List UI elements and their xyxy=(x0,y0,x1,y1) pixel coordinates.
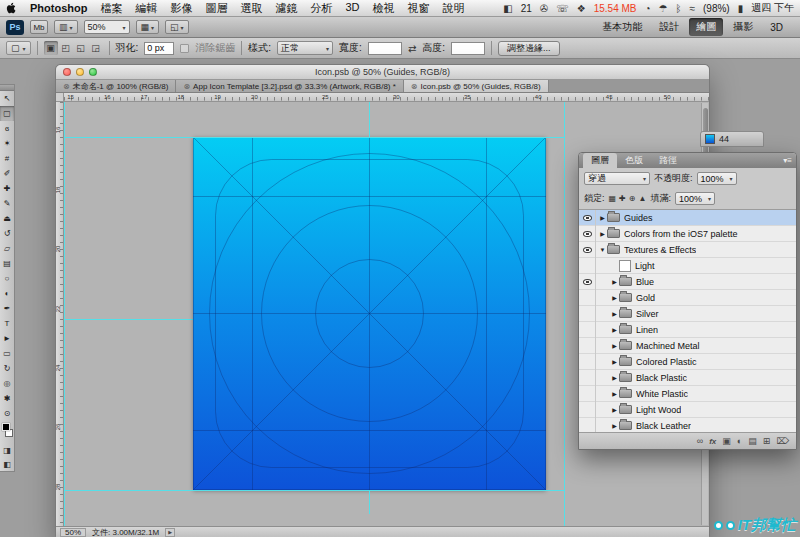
type-tool[interactable]: T xyxy=(0,316,14,331)
workspace-button-0[interactable]: 基本功能 xyxy=(595,18,649,36)
selection-mode-icon-1[interactable]: ◰ xyxy=(59,41,73,55)
visibility-toggle[interactable] xyxy=(579,354,596,370)
document-tab-2[interactable]: Icon.psb @ 50% (Guides, RGB/8) xyxy=(404,80,549,92)
zoom-level-box[interactable]: 50% xyxy=(84,20,130,34)
gradient-tool[interactable]: ▤ xyxy=(0,256,14,271)
camera-3d-tool[interactable]: ◎ xyxy=(0,376,14,391)
new-layer-icon[interactable]: ⊞ xyxy=(763,436,771,446)
feather-input[interactable] xyxy=(144,42,174,55)
expander-icon[interactable]: ▼ xyxy=(598,247,607,253)
visibility-toggle[interactable] xyxy=(579,418,596,434)
spaces-icon[interactable]: ❖ xyxy=(577,3,586,14)
eraser-tool[interactable]: ▱ xyxy=(0,241,14,256)
view-extras-button[interactable]: ▥ xyxy=(54,20,78,34)
menu-item-3[interactable]: 圖層 xyxy=(205,1,227,16)
eyedropper-tool[interactable]: ✐ xyxy=(0,166,14,181)
clone-stamp-tool[interactable]: ⏏ xyxy=(0,211,14,226)
selection-mode-icon-0[interactable]: ▣ xyxy=(44,41,58,55)
pen-tool[interactable]: ✒ xyxy=(0,301,14,316)
rotate-3d-tool[interactable]: ↻ xyxy=(0,361,14,376)
lock-transparency-icon[interactable]: ▦ xyxy=(609,194,617,203)
menu-item-2[interactable]: 影像 xyxy=(170,1,192,16)
phone-icon[interactable]: ☏ xyxy=(556,3,569,14)
crop-tool[interactable]: # xyxy=(0,151,14,166)
quick-selection-tool[interactable]: ✶ xyxy=(0,136,14,151)
adjustment-layer-icon[interactable]: ◐ xyxy=(737,436,742,446)
visibility-toggle[interactable] xyxy=(579,322,596,338)
visibility-toggle[interactable] xyxy=(579,258,596,274)
menu-app-name[interactable]: Photoshop xyxy=(30,2,87,14)
guide-line-horizontal-top[interactable] xyxy=(64,137,565,138)
layer-row-1[interactable]: ▶Colors from the iOS7 palette xyxy=(579,226,796,242)
menu-item-5[interactable]: 濾鏡 xyxy=(275,1,297,16)
hand-tool[interactable]: ✱ xyxy=(0,391,14,406)
expander-icon[interactable]: ▶ xyxy=(610,374,619,381)
dodge-tool[interactable]: ◐ xyxy=(0,286,14,301)
layer-row-2[interactable]: ▼Textures & Effects xyxy=(579,242,796,258)
wifi-icon[interactable]: ≈ xyxy=(690,3,696,14)
menu-item-0[interactable]: 檔案 xyxy=(100,1,122,16)
clock-icon[interactable]: ◔ xyxy=(645,3,651,14)
layer-style-icon[interactable]: fx xyxy=(709,437,716,446)
lasso-tool[interactable]: ɞ xyxy=(0,121,14,136)
visibility-toggle[interactable] xyxy=(579,338,596,354)
history-brush-tool[interactable]: ↺ xyxy=(0,226,14,241)
layer-row-5[interactable]: ▶Gold xyxy=(579,290,796,306)
layer-row-9[interactable]: ▶Colored Plastic xyxy=(579,354,796,370)
path-selection-tool[interactable]: ► xyxy=(0,331,14,346)
expander-icon[interactable]: ▶ xyxy=(610,390,619,397)
menu-item-7[interactable]: 3D xyxy=(345,1,359,16)
layer-row-10[interactable]: ▶Black Plastic xyxy=(579,370,796,386)
status-options-button[interactable] xyxy=(165,528,175,537)
apple-menu-icon[interactable] xyxy=(6,2,17,14)
zoom-tool[interactable]: ⊙ xyxy=(0,406,14,421)
fill-select[interactable]: 100% xyxy=(675,192,715,205)
panel-tab-2[interactable]: 路徑 xyxy=(651,153,685,168)
screen-mode-icon[interactable]: ◧ xyxy=(0,457,14,471)
marquee-tool[interactable]: ▢ xyxy=(0,106,14,121)
visibility-toggle[interactable] xyxy=(579,226,596,242)
guide-line-vertical-center-top[interactable] xyxy=(369,102,370,137)
workspace-button-4[interactable]: 3D xyxy=(763,20,790,35)
document-titlebar[interactable]: Icon.psb @ 50% (Guides, RGB/8) xyxy=(56,65,709,80)
layer-row-0[interactable]: ▶Guides xyxy=(579,210,796,226)
workspace-button-1[interactable]: 設計 xyxy=(652,18,686,36)
dropbox-icon[interactable]: ☂ xyxy=(659,3,668,14)
layer-mask-icon[interactable]: ▣ xyxy=(722,436,731,446)
screen-mode-button[interactable]: ◱ xyxy=(165,20,189,34)
guide-line-horizontal-middle[interactable] xyxy=(64,319,193,320)
healing-brush-tool[interactable]: ✚ xyxy=(0,181,14,196)
status-zoom[interactable]: 50% xyxy=(60,528,86,537)
swap-dimensions-icon[interactable]: ⇄ xyxy=(408,43,416,54)
layer-row-11[interactable]: ▶White Plastic xyxy=(579,386,796,402)
visibility-toggle[interactable] xyxy=(579,242,596,258)
expander-icon[interactable]: ▶ xyxy=(610,294,619,301)
visibility-toggle[interactable] xyxy=(579,306,596,322)
menu-item-4[interactable]: 選取 xyxy=(240,1,262,16)
expander-icon[interactable]: ▶ xyxy=(610,358,619,365)
layer-row-8[interactable]: ▶Machined Metal xyxy=(579,338,796,354)
lock-all-icon[interactable]: ▲ xyxy=(638,194,646,203)
visibility-toggle[interactable] xyxy=(579,402,596,418)
shape-tool[interactable]: ▭ xyxy=(0,346,14,361)
horizontal-ruler[interactable]: 151617181920253035404550 xyxy=(64,93,709,102)
style-select[interactable]: 正常 xyxy=(277,41,333,55)
tab-close-icon[interactable] xyxy=(183,82,190,91)
document-tab-1[interactable]: App Icon Template [3.2].psd @ 33.3% (Art… xyxy=(176,80,403,92)
guide-line-vertical-center-bottom[interactable] xyxy=(369,490,370,514)
expander-icon[interactable]: ▶ xyxy=(598,214,607,221)
layer-row-3[interactable]: Light xyxy=(579,258,796,274)
foreground-color-swatch[interactable] xyxy=(2,423,10,431)
battery-icon[interactable]: ▮ xyxy=(738,3,744,14)
visibility-toggle[interactable] xyxy=(579,290,596,306)
layer-row-13[interactable]: ▶Black Leather xyxy=(579,418,796,433)
menu-item-8[interactable]: 檢視 xyxy=(373,1,395,16)
selection-mode-icon-3[interactable]: ◲ xyxy=(89,41,103,55)
blend-mode-select[interactable]: 穿過 xyxy=(584,172,650,185)
expander-icon[interactable]: ▶ xyxy=(610,278,619,285)
brush-tool[interactable]: ✎ xyxy=(0,196,14,211)
opacity-select[interactable]: 100% xyxy=(697,172,737,185)
bluetooth-icon[interactable]: ᛒ xyxy=(676,3,682,14)
layer-row-7[interactable]: ▶Linen xyxy=(579,322,796,338)
workspace-button-2[interactable]: 繪圖 xyxy=(689,18,723,36)
